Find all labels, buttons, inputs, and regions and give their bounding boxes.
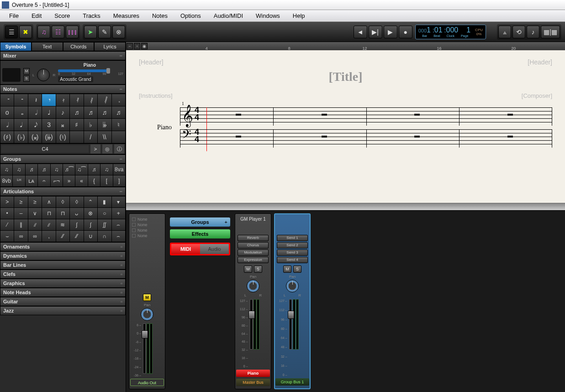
note-cell[interactable]: ♯ xyxy=(70,119,83,131)
tab-text[interactable]: Text xyxy=(32,42,63,51)
note-cell[interactable]: 𝄪 xyxy=(56,119,69,131)
tab-midi[interactable]: MIDI xyxy=(171,244,200,254)
panel-bar-lines-header[interactable]: Bar Lines▫ xyxy=(0,260,126,270)
note-cell[interactable]: 𝄿 xyxy=(56,94,69,106)
play-button[interactable]: ▶ xyxy=(384,26,397,38)
note-cell[interactable]: 𝄫 xyxy=(98,119,111,131)
articulation-cell[interactable]: ∪ xyxy=(84,231,97,242)
group-cell[interactable]: « xyxy=(75,175,87,186)
articulation-cell[interactable]: – xyxy=(14,208,27,219)
group-cell[interactable]: 𝄐 xyxy=(38,175,50,186)
treble-staff[interactable]: 1 𝄞 44 xyxy=(180,107,552,126)
articulation-cell[interactable]: ◊ xyxy=(70,196,83,207)
group-cell[interactable]: ᴸᴴ xyxy=(13,175,25,186)
articulation-cell[interactable]: ∬ xyxy=(98,219,111,230)
menu-measures[interactable]: Measures xyxy=(107,11,146,21)
fx-reverb[interactable]: Reverb xyxy=(238,235,269,241)
articulation-cell[interactable]: ⌢ xyxy=(112,231,125,242)
tab-audio[interactable]: Audio xyxy=(200,244,229,254)
articulation-cell[interactable]: • xyxy=(0,208,14,219)
note-cell[interactable]: 𝅀 xyxy=(70,94,83,106)
tab-lyrics[interactable]: Lyrics xyxy=(94,42,126,51)
fx-chorus[interactable]: Chorus xyxy=(238,242,269,249)
record-button[interactable]: ● xyxy=(399,26,412,38)
group-cell[interactable]: ♫ xyxy=(100,164,112,175)
loop-icon[interactable]: ⟲ xyxy=(512,26,525,38)
group-cell[interactable]: » xyxy=(63,175,75,186)
note-cell[interactable]: ♩ xyxy=(42,106,55,118)
panel-dynamics-header[interactable]: Dynamics▫ xyxy=(0,251,126,260)
articulation-cell[interactable]: ○ xyxy=(98,208,111,219)
score-header-right[interactable]: [Header] xyxy=(528,58,552,66)
panel-notes-header[interactable]: Notes− xyxy=(0,85,126,94)
note-cell[interactable]: 𝄻 xyxy=(0,94,14,106)
pencil-tool-icon[interactable]: ✎ xyxy=(98,26,111,38)
stop-button[interactable]: ▶| xyxy=(369,26,382,38)
articulation-cell[interactable]: ∞ xyxy=(28,231,42,242)
pan-knob[interactable] xyxy=(37,69,50,81)
note-cell[interactable]: 𝅂 xyxy=(98,94,111,106)
note-cell[interactable]: 𝅃 xyxy=(112,94,125,106)
score-view[interactable]: [Header] [Header] [Title] [Instructions]… xyxy=(126,50,565,203)
menu-options[interactable]: Options xyxy=(174,11,207,21)
solo-button[interactable]: S xyxy=(254,265,262,273)
menu-audio-midi[interactable]: Audio/MIDI xyxy=(207,11,249,21)
panel-ornaments-header[interactable]: Ornaments▫ xyxy=(0,242,126,251)
note-cell[interactable]: (♯) xyxy=(0,131,14,143)
send-1[interactable]: Send 1 xyxy=(277,235,308,241)
note-cell[interactable]: 3 xyxy=(42,119,55,131)
pan-knob[interactable] xyxy=(247,280,259,292)
articulation-cell[interactable]: , xyxy=(42,231,55,242)
articulation-cell[interactable]: ⁄⁄ xyxy=(56,231,69,242)
panel-graphics-header[interactable]: Graphics▫ xyxy=(0,279,126,288)
group-cell[interactable]: ♫ xyxy=(13,164,25,175)
target-icon[interactable]: ◎ xyxy=(102,144,112,154)
note-cell[interactable]: 𝄼 xyxy=(14,94,27,106)
send-3[interactable]: Send 3 xyxy=(277,249,308,256)
volume-fader[interactable] xyxy=(143,323,146,374)
info-icon[interactable]: ⓘ xyxy=(114,144,124,154)
fx-modulation[interactable]: Modulation xyxy=(238,249,269,256)
panel-jazz-header[interactable]: Jazz▫ xyxy=(0,306,126,315)
send-2[interactable]: Send 2 xyxy=(277,242,308,249)
group-cell[interactable]: ♬⁀ xyxy=(63,164,75,175)
group-cell[interactable]: ] xyxy=(113,175,125,186)
volume-fader[interactable] xyxy=(250,299,253,350)
ruler-marker-icon[interactable]: ◉ xyxy=(141,43,148,49)
accent-icon[interactable]: > xyxy=(90,144,100,154)
note-cell[interactable]: ♮ xyxy=(112,119,125,131)
menu-score[interactable]: Score xyxy=(48,11,76,21)
panel-groups-header[interactable]: Groups− xyxy=(0,154,126,164)
articulation-cell[interactable]: ∩ xyxy=(98,231,111,242)
group-cell[interactable]: ʟᴀ xyxy=(26,175,37,186)
group-cell[interactable]: ♫⁀ xyxy=(75,164,87,175)
group-cell[interactable]: ♬ xyxy=(26,164,37,175)
panel-clefs-header[interactable]: Clefs▫ xyxy=(0,270,126,279)
articulation-cell[interactable]: ∥ xyxy=(14,219,27,230)
list-icon[interactable]: ☷ xyxy=(52,26,64,38)
note-cell[interactable]: (♮) xyxy=(56,131,69,143)
articulation-cell[interactable]: ⊓ xyxy=(56,208,69,219)
mixer-icon[interactable]: ⫿⫿⫿ xyxy=(66,26,79,38)
output-label[interactable]: Audio Out xyxy=(130,379,164,386)
note-cell[interactable]: 𝄽 xyxy=(28,94,42,106)
pan-knob[interactable] xyxy=(141,308,153,321)
solo-button[interactable]: S xyxy=(23,75,30,82)
articulation-cell[interactable]: ▮ xyxy=(98,196,111,207)
articulation-cell[interactable]: ∫ xyxy=(70,219,83,230)
articulation-cell[interactable]: ◊ xyxy=(56,196,69,207)
articulation-cell[interactable]: > xyxy=(0,196,14,207)
view-score-icon[interactable]: ☰ xyxy=(5,26,18,38)
send-none-3[interactable]: None xyxy=(131,228,163,233)
ruler-plus-icon[interactable]: ▫ xyxy=(134,43,140,49)
note-cell[interactable]: 𝅝 xyxy=(14,106,27,118)
bass-staff[interactable]: 𝄢 44 xyxy=(180,129,552,148)
articulation-cell[interactable]: ▾ xyxy=(112,196,125,207)
articulation-cell[interactable]: ∧ xyxy=(42,196,55,207)
group-cell[interactable]: ♬ xyxy=(88,164,100,175)
menu-file[interactable]: File xyxy=(3,11,25,21)
effects-button[interactable]: Effects xyxy=(170,229,230,238)
menu-windows[interactable]: Windows xyxy=(249,11,286,21)
note-cell[interactable]: 𝅘𝅥𝅮. xyxy=(28,119,42,131)
note-cell[interactable]: ♭ xyxy=(84,119,97,131)
